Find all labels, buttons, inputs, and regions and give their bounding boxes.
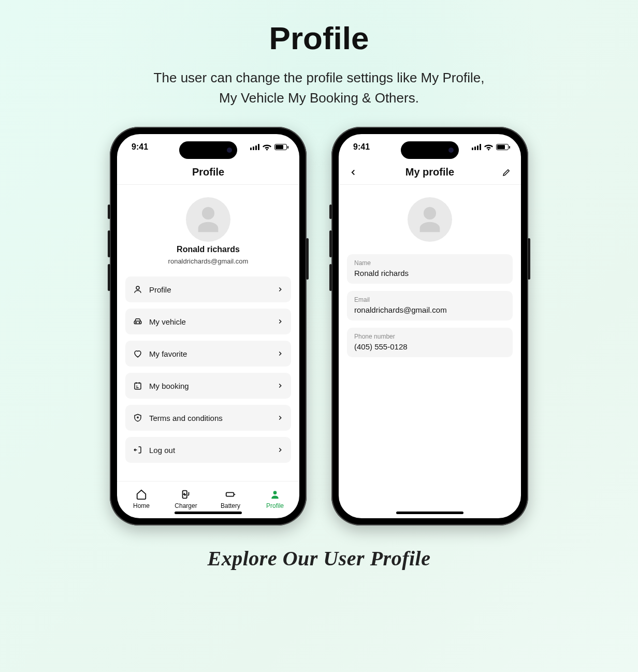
menu-item-label: Terms and conditions [149,414,270,422]
page-subtitle-line1: The user can change the profile settings… [0,68,638,88]
header-title: Profile [192,166,224,178]
charger-icon [180,489,192,500]
home-icon [136,489,147,500]
chevron-right-icon [277,286,284,293]
field-phone[interactable]: Phone number (405) 555-0128 [347,328,513,357]
field-label: Phone number [354,333,505,340]
tab-label: Charger [175,502,197,509]
back-button[interactable] [342,160,365,184]
avatar-placeholder-icon [415,204,445,235]
svg-point-0 [136,286,139,289]
header-title: My profile [405,166,454,178]
field-label: Name [354,259,505,267]
dynamic-island [179,141,237,159]
field-label: Email [354,296,505,303]
svg-rect-7 [226,492,234,496]
tab-label: Battery [221,502,240,509]
tab-charger[interactable]: Charger [166,489,206,509]
home-indicator [396,512,463,514]
pencil-icon [502,168,511,177]
battery-icon [496,144,509,150]
menu-item-profile[interactable]: Profile [125,276,291,302]
svg-rect-4 [135,383,141,389]
avatar-placeholder-icon [193,204,223,235]
side-button [329,204,332,219]
chevron-right-icon [277,318,284,325]
page-subtitle-line2: My Vehicle My Booking & Others. [0,88,638,108]
battery-tab-icon [225,489,236,500]
signal-icon [472,144,481,150]
side-button [108,264,110,291]
page-subtitle: The user can change the profile settings… [0,68,638,108]
signal-icon [250,144,259,150]
car-icon [133,316,143,327]
side-button [306,238,309,280]
logout-icon [133,445,143,455]
chevron-right-icon [277,446,284,454]
user-name: Ronald richards [177,245,240,254]
status-time: 9:41 [132,142,148,152]
user-icon [133,284,143,295]
footer-title: Explore Our User Profile [0,546,638,571]
menu-item-label: My vehicle [149,317,270,326]
wifi-icon [263,144,271,151]
tab-battery[interactable]: Battery [211,489,250,509]
avatar[interactable] [408,197,452,242]
menu-item-label: Profile [149,285,270,294]
field-value: (405) 555-0128 [354,342,505,351]
side-button [329,230,332,257]
side-button [108,204,110,219]
menu-item-vehicle[interactable]: My vehicle [125,309,291,334]
app-header: My profile [339,160,521,185]
person-icon [269,489,281,500]
tab-label: Home [133,502,150,509]
tab-home[interactable]: Home [122,489,161,509]
menu-item-label: Log out [149,446,270,455]
chevron-right-icon [277,382,284,389]
home-indicator [175,512,242,514]
heart-icon [133,348,143,359]
side-button [528,238,530,280]
svg-point-3 [139,322,140,323]
calendar-icon [133,381,143,391]
user-email: ronaldrichards@gmail.com [168,257,249,265]
svg-point-5 [137,417,138,418]
battery-icon [274,144,287,150]
phone-mockup-profile: 9:41 Profile Ronald richards ronaldricha… [110,127,307,525]
menu-item-booking[interactable]: My booking [125,373,291,399]
svg-point-2 [136,322,137,323]
menu-item-label: My booking [149,382,270,390]
field-value: ronaldrichards@gmail.com [354,305,505,314]
svg-point-8 [273,491,277,494]
phone-mockup-myprofile: 9:41 My profile [331,127,528,525]
side-button [108,230,110,257]
menu-item-logout[interactable]: Log out [125,437,291,463]
menu-item-label: My favorite [149,349,270,358]
page-title: Profile [0,0,638,56]
chevron-right-icon [277,414,284,421]
chevron-right-icon [277,350,284,357]
tab-profile[interactable]: Profile [255,489,295,509]
side-button [329,264,332,291]
field-value: Ronald richards [354,269,505,277]
edit-button[interactable] [495,160,518,184]
dynamic-island [401,141,459,159]
avatar[interactable] [186,197,230,242]
menu-item-terms[interactable]: Terms and conditions [125,405,291,431]
field-email[interactable]: Email ronaldrichards@gmail.com [347,291,513,320]
chevron-left-icon [349,168,358,177]
menu-item-favorite[interactable]: My favorite [125,341,291,367]
app-header: Profile [117,160,299,185]
wifi-icon [484,144,493,151]
field-name[interactable]: Name Ronald richards [347,254,513,284]
status-time: 9:41 [353,142,370,152]
shield-icon [133,413,143,423]
tab-label: Profile [266,502,284,509]
